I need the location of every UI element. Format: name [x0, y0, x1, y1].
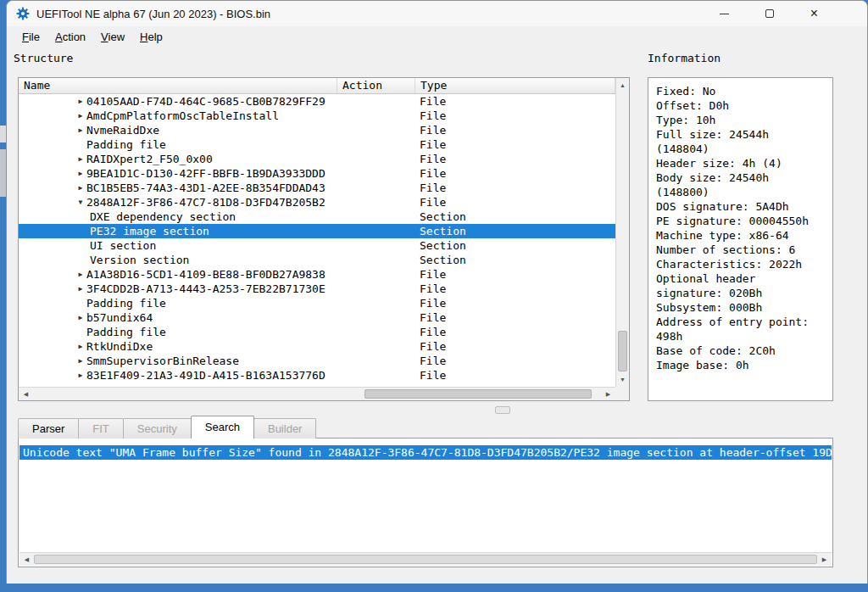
information-content: Fixed: NoOffset: D0hType: 10hFull size: … — [656, 84, 829, 372]
tab-search[interactable]: Search — [191, 416, 254, 438]
info-line: Image base: 0h — [656, 358, 829, 372]
tree-cell-type: Section — [415, 238, 615, 253]
tree-cell-name: Padding file — [19, 296, 337, 310]
tree-row[interactable]: Padding fileFilePa — [19, 325, 615, 339]
tree-row[interactable]: ▼2848A12F-3F86-47C7-81D8-D3FD47B205B2Fil… — [19, 195, 615, 209]
maximize-button[interactable] — [747, 1, 792, 26]
tree-cell-name: ▶RtkUndiDxe — [19, 339, 337, 354]
tree-row[interactable]: ▶3F4CDD2B-A713-4443-A253-7EB22B71730EFil… — [19, 282, 615, 296]
scroll-left-icon[interactable]: ◀ — [20, 553, 33, 566]
title-bar[interactable]: UEFITool NE alpha 67 (Jun 20 2023) - BIO… — [7, 1, 867, 26]
tree-cell-type: File — [415, 339, 615, 354]
chevron-right-icon[interactable]: ▶ — [75, 310, 86, 325]
minimize-icon — [720, 14, 729, 14]
tree-cell-type: File — [415, 137, 615, 152]
tree-cell-action — [337, 368, 415, 383]
tree-row[interactable]: DXE dependency sectionSectionDX — [19, 209, 615, 224]
tab-parser[interactable]: Parser — [18, 418, 79, 438]
tree-cell-name: ▶NvmeRaidDxe — [19, 123, 337, 137]
tree-row[interactable]: Version sectionSectionVe — [19, 253, 615, 267]
search-result-row[interactable]: Unicode text "UMA Frame buffer Size" fou… — [19, 445, 832, 460]
scroll-right-icon[interactable]: ▶ — [602, 388, 615, 400]
info-line: (148804) — [656, 142, 829, 156]
scroll-down-icon[interactable]: ▼ — [616, 373, 629, 386]
scroll-left-icon[interactable]: ◀ — [19, 388, 32, 400]
tree-cell-action — [337, 94, 415, 109]
tree-item-label: b57undix64 — [86, 310, 153, 325]
tree-row[interactable]: ▶RAIDXpert2_F50_0x00FileDX — [19, 152, 615, 166]
tree-item-label: BC1B5EB5-74A3-43D1-A2EE-8B354FDDAD43 — [86, 181, 326, 195]
minimize-button[interactable] — [702, 1, 747, 26]
tree-row[interactable]: Padding fileFilePa — [19, 137, 615, 152]
splitter-handle[interactable] — [495, 406, 510, 414]
tree-cell-action — [337, 209, 415, 224]
tree-cell-action — [337, 181, 415, 195]
column-header-type[interactable]: Type — [415, 78, 615, 93]
indent-spacer — [75, 325, 86, 339]
chevron-right-icon[interactable]: ▶ — [75, 282, 86, 296]
tree-cell-type: File — [415, 310, 615, 325]
tree-cell-name: DXE dependency section — [19, 209, 337, 224]
maximize-icon — [765, 9, 774, 18]
tree-cell-type: File — [415, 282, 615, 296]
tree-row[interactable]: ▶04105AAD-F74D-464C-9685-CB0B7829FF29Fil… — [19, 94, 615, 109]
scrollbar-thumb[interactable] — [364, 389, 592, 399]
column-header-action[interactable]: Action — [337, 78, 415, 93]
scroll-right-icon[interactable]: ▶ — [818, 553, 831, 566]
tree-row[interactable]: ▶9BEA1D1C-D130-42FF-BBFB-1B9DA3933DDDFil… — [19, 166, 615, 181]
info-line: Full size: 24544h — [656, 127, 829, 142]
close-button[interactable]: × — [792, 1, 837, 26]
scrollbar-thumb[interactable] — [34, 555, 817, 564]
tree-cell-type: File — [415, 181, 615, 195]
tree-vertical-scrollbar[interactable]: ▲ ▼ — [615, 78, 629, 387]
column-header-name[interactable]: Name — [19, 78, 337, 93]
tree-cell-type: File — [415, 354, 615, 368]
chevron-right-icon[interactable]: ▶ — [75, 109, 86, 123]
tree-row[interactable]: ▶BC1B5EB5-74A3-43D1-A2EE-8B354FDDAD43Fil… — [19, 181, 615, 195]
menu-action[interactable]: Action — [47, 28, 93, 46]
scrollbar-thumb[interactable] — [618, 331, 627, 371]
info-line: Machine type: x86-64 — [656, 228, 829, 243]
chevron-right-icon[interactable]: ▶ — [75, 267, 86, 282]
tree-row[interactable]: ▶83E1F409-21A3-491D-A415-B163A153776DFil… — [19, 368, 615, 383]
tree-cell-type: File — [415, 325, 615, 339]
info-line: Number of sections: 6 — [656, 243, 829, 257]
tree-item-label: Padding file — [86, 137, 166, 152]
tree-row[interactable]: Padding fileFilePa — [19, 296, 615, 310]
tree-row[interactable]: ▶AmdCpmPlatformOscTableInstallFileDX — [19, 109, 615, 123]
chevron-right-icon[interactable]: ▶ — [75, 152, 86, 166]
search-horizontal-scrollbar[interactable]: ◀ ▶ — [19, 552, 832, 566]
info-line: Optional header — [656, 271, 829, 286]
tree-cell-action — [337, 152, 415, 166]
tree-horizontal-scrollbar[interactable]: ◀ ▶ — [19, 387, 615, 400]
tree-row[interactable]: ▶b57undix64FileDX — [19, 310, 615, 325]
tree-row[interactable]: ▶NvmeRaidDxeFileDX — [19, 123, 615, 137]
menu-view[interactable]: View — [93, 28, 132, 46]
menu-help[interactable]: Help — [132, 28, 170, 46]
tree-row[interactable]: ▶RtkUndiDxeFileDX — [19, 339, 615, 354]
tree-row[interactable]: ▶SmmSupervisorBinReleaseFileSM — [19, 354, 615, 368]
chevron-right-icon[interactable]: ▶ — [75, 181, 86, 195]
scroll-up-icon[interactable]: ▲ — [616, 79, 629, 92]
tree-cell-action — [337, 325, 415, 339]
tree-item-label: 04105AAD-F74D-464C-9685-CB0B7829FF29 — [86, 94, 326, 109]
chevron-right-icon[interactable]: ▶ — [75, 94, 86, 109]
tree-item-label: 2848A12F-3F86-47C7-81D8-D3FD47B205B2 — [86, 195, 326, 209]
tree-row[interactable]: ▶A1A38D16-5CD1-4109-BE88-BF0DB27A9838Fil… — [19, 267, 615, 282]
tree-cell-name: PE32 image section — [19, 224, 337, 238]
chevron-right-icon[interactable]: ▶ — [75, 123, 86, 137]
chevron-down-icon[interactable]: ▼ — [75, 195, 86, 209]
chevron-right-icon[interactable]: ▶ — [75, 166, 86, 181]
info-line: signature: 020Bh — [656, 286, 829, 300]
close-icon: × — [810, 7, 818, 20]
tree-row[interactable]: UI sectionSectionUI — [19, 238, 615, 253]
chevron-right-icon[interactable]: ▶ — [75, 354, 86, 368]
tree-cell-name: ▶3F4CDD2B-A713-4443-A253-7EB22B71730E — [19, 282, 337, 296]
menu-file[interactable]: File — [14, 28, 47, 46]
chevron-right-icon[interactable]: ▶ — [75, 368, 86, 383]
menu-bar: File Action View Help — [7, 26, 867, 47]
tree-cell-name: ▼2848A12F-3F86-47C7-81D8-D3FD47B205B2 — [19, 195, 337, 209]
structure-label: Structure — [14, 52, 73, 64]
tree-row[interactable]: PE32 image sectionSectionPE — [19, 224, 615, 238]
chevron-right-icon[interactable]: ▶ — [75, 339, 86, 354]
